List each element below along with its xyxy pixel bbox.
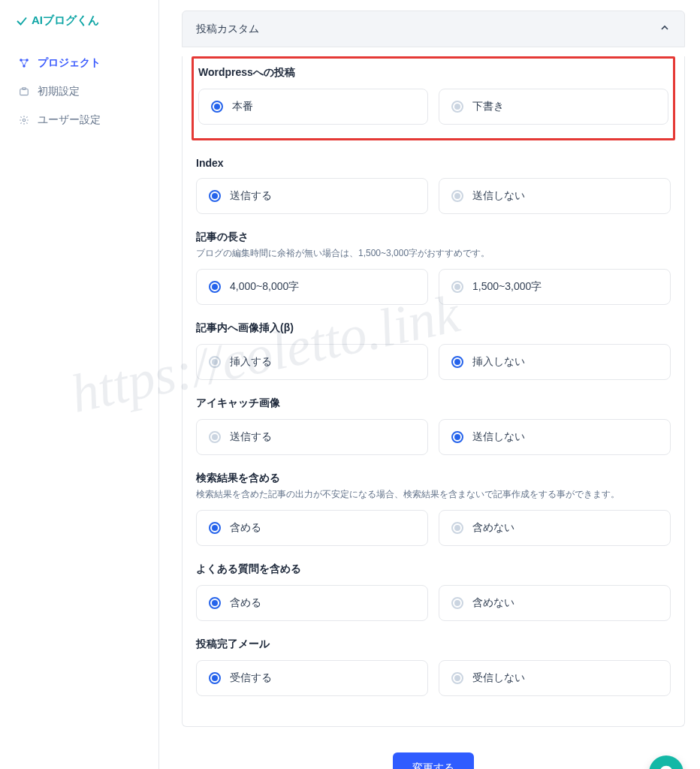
main-content: 投稿カスタム Wordpressへの投稿本番下書きIndex送信する送信しない記… xyxy=(159,0,700,769)
sidebar-item-initial-settings[interactable]: 初期設定 xyxy=(14,77,151,106)
radio-label: 1,500~3,000字 xyxy=(472,280,542,294)
section-subtitle: 検索結果を含めた記事の出力が不安定になる場合、検索結果を含まないで記事作成をする… xyxy=(196,488,671,501)
section-title: アイキャッチ画像 xyxy=(196,397,671,410)
radio-indicator xyxy=(451,101,463,113)
radio-indicator xyxy=(209,522,221,534)
radio-label: 送信する xyxy=(230,189,272,203)
radio-label: 含めない xyxy=(472,521,514,535)
accordion-title: 投稿カスタム xyxy=(196,23,259,36)
option-row: 受信する受信しない xyxy=(196,660,671,696)
section-title: 投稿完了メール xyxy=(196,638,671,651)
submit-button[interactable]: 変更する xyxy=(393,752,474,769)
section-title: Index xyxy=(196,157,671,169)
section-length: 記事の長さブログの編集時間に余裕が無い場合は、1,500~3,000字がおすすめ… xyxy=(196,214,671,305)
radio-option[interactable]: 送信する xyxy=(196,178,428,214)
radio-indicator xyxy=(451,190,463,202)
option-row: 挿入する挿入しない xyxy=(196,344,671,380)
section-eyecatch: アイキャッチ画像送信する送信しない xyxy=(196,380,671,455)
radio-indicator xyxy=(451,356,463,368)
brand-icon xyxy=(15,14,29,28)
chevron-up-icon xyxy=(659,22,671,36)
radio-indicator xyxy=(451,431,463,443)
section-title: よくある質問を含める xyxy=(196,562,671,576)
radio-option[interactable]: 4,000~8,000字 xyxy=(196,269,428,305)
option-row: 本番下書き xyxy=(198,89,668,125)
radio-option[interactable]: 1,500~3,000字 xyxy=(439,269,671,305)
radio-label: 受信しない xyxy=(472,671,525,685)
radio-label: 送信する xyxy=(230,430,272,444)
radio-label: 含めない xyxy=(472,596,514,610)
sidebar-item-user-settings[interactable]: ユーザー設定 xyxy=(14,106,151,134)
sidebar-item-label: プロジェクト xyxy=(38,56,101,70)
radio-indicator xyxy=(211,101,223,113)
section-title: Wordpressへの投稿 xyxy=(198,66,668,80)
radio-label: 挿入する xyxy=(230,355,272,369)
option-row: 送信する送信しない xyxy=(196,419,671,455)
radio-indicator xyxy=(209,672,221,684)
section-search_results: 検索結果を含める検索結果を含めた記事の出力が不安定になる場合、検索結果を含まない… xyxy=(196,455,671,546)
radio-label: 送信しない xyxy=(472,430,525,444)
sidebar: AIブログくん プロジェクト 初期設定 ユーザー設定 xyxy=(0,0,159,769)
option-row: 含める含めない xyxy=(196,585,671,621)
svg-point-5 xyxy=(23,119,26,122)
section-image_insert: 記事内へ画像挿入(β)挿入する挿入しない xyxy=(196,305,671,380)
radio-label: 送信しない xyxy=(472,189,525,203)
radio-label: 本番 xyxy=(232,100,253,113)
section-subtitle: ブログの編集時間に余裕が無い場合は、1,500~3,000字がおすすめです。 xyxy=(196,247,671,260)
sidebar-item-project[interactable]: プロジェクト xyxy=(14,49,151,77)
section-completion_mail: 投稿完了メール受信する受信しない xyxy=(196,621,671,696)
section-faq: よくある質問を含める含める含めない xyxy=(196,546,671,621)
radio-option[interactable]: 含める xyxy=(196,510,428,546)
svg-rect-3 xyxy=(20,89,29,95)
accordion-panel: Wordpressへの投稿本番下書きIndex送信する送信しない記事の長さブログ… xyxy=(182,56,685,727)
gear-icon xyxy=(18,115,30,125)
radio-indicator xyxy=(451,522,463,534)
option-row: 4,000~8,000字1,500~3,000字 xyxy=(196,269,671,305)
section-title: 検索結果を含める xyxy=(196,472,671,485)
sidebar-item-label: ユーザー設定 xyxy=(38,113,101,127)
option-row: 送信する送信しない xyxy=(196,178,671,214)
radio-label: 下書き xyxy=(472,100,504,113)
radio-option[interactable]: 本番 xyxy=(198,89,428,125)
brand-logo[interactable]: AIブログくん xyxy=(14,14,151,28)
radio-option[interactable]: 含めない xyxy=(439,510,671,546)
radio-label: 4,000~8,000字 xyxy=(230,280,299,294)
project-icon xyxy=(18,58,30,68)
radio-indicator xyxy=(209,431,221,443)
radio-indicator xyxy=(209,597,221,609)
radio-option[interactable]: 受信する xyxy=(196,660,428,696)
radio-label: 受信する xyxy=(230,671,272,685)
radio-indicator xyxy=(451,597,463,609)
section-title: 記事内へ画像挿入(β) xyxy=(196,321,671,335)
section-wordpress: Wordpressへの投稿本番下書き xyxy=(192,56,675,140)
option-row: 含める含めない xyxy=(196,510,671,546)
settings-initial-icon xyxy=(18,86,30,97)
radio-indicator xyxy=(451,672,463,684)
radio-option[interactable]: 送信しない xyxy=(439,178,671,214)
radio-option[interactable]: 受信しない xyxy=(439,660,671,696)
radio-indicator xyxy=(451,281,463,293)
sidebar-item-label: 初期設定 xyxy=(38,85,80,98)
chat-icon xyxy=(658,764,674,770)
radio-indicator xyxy=(209,281,221,293)
radio-option[interactable]: 含める xyxy=(196,585,428,621)
section-index: Index送信する送信しない xyxy=(196,140,671,214)
radio-label: 挿入しない xyxy=(472,355,525,369)
radio-option[interactable]: 含めない xyxy=(439,585,671,621)
radio-label: 含める xyxy=(230,521,261,535)
section-title: 記事の長さ xyxy=(196,231,671,244)
radio-option[interactable]: 送信する xyxy=(196,419,428,455)
radio-option[interactable]: 送信しない xyxy=(439,419,671,455)
radio-indicator xyxy=(209,356,221,368)
radio-option[interactable]: 挿入しない xyxy=(439,344,671,380)
brand-name: AIブログくん xyxy=(32,14,99,28)
radio-option[interactable]: 挿入する xyxy=(196,344,428,380)
radio-indicator xyxy=(209,190,221,202)
accordion-header[interactable]: 投稿カスタム xyxy=(182,11,685,47)
radio-label: 含める xyxy=(230,596,261,610)
radio-option[interactable]: 下書き xyxy=(439,89,668,125)
